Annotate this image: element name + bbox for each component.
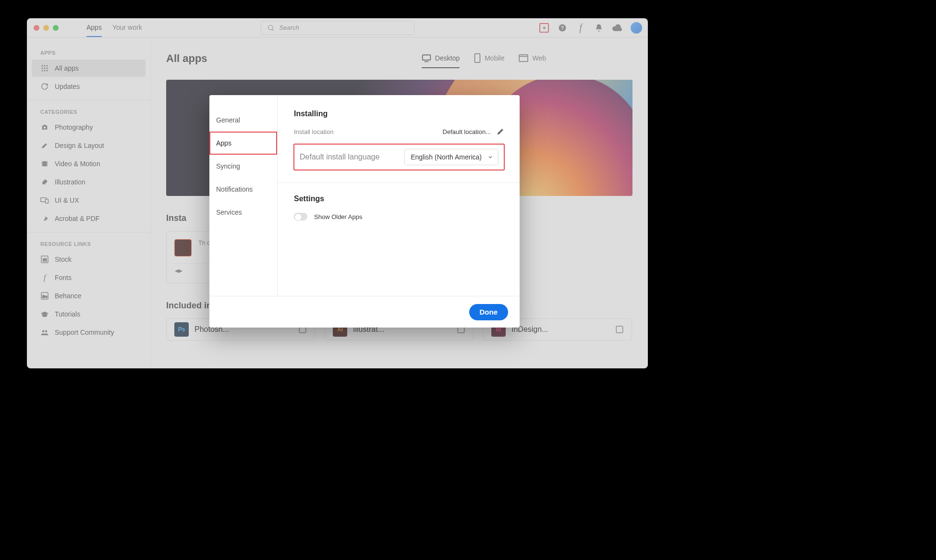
svg-rect-27 <box>475 54 480 62</box>
svg-point-0 <box>268 25 272 29</box>
platform-tab-mobile[interactable]: Mobile <box>474 49 504 68</box>
search-wrap <box>261 21 414 35</box>
install-location-row: Install location Default location... <box>294 128 504 135</box>
sidebar-divider <box>27 100 150 100</box>
default-language-select[interactable]: English (North America) <box>404 149 498 165</box>
maximize-window-button[interactable] <box>53 25 59 31</box>
sidebar-item-label: Video & Motion <box>55 160 100 168</box>
show-older-toggle[interactable] <box>294 213 307 220</box>
people-icon <box>40 328 49 337</box>
sidebar-item-label: Fonts <box>55 274 72 281</box>
modal-side-item-apps[interactable]: Apps <box>209 132 277 155</box>
top-tabs: Apps Your work <box>86 18 142 37</box>
svg-rect-18 <box>46 199 49 203</box>
svg-point-11 <box>44 70 45 71</box>
svg-text:Be: Be <box>42 294 48 299</box>
sidebar-item-photography[interactable]: Photography <box>32 119 146 136</box>
sidebar-item-label: Updates <box>55 83 80 90</box>
modal-side-item-general[interactable]: General <box>209 109 277 132</box>
sidebar-heading-categories: CATEGORIES <box>27 105 150 119</box>
show-older-label: Show Older Apps <box>314 213 362 220</box>
sidebar-heading-resource: RESOURCE LINKS <box>27 237 150 251</box>
sidebar-item-label: UI & UX <box>55 196 79 204</box>
svg-point-9 <box>46 67 48 69</box>
modal-main: Installing Install location Default loca… <box>278 95 520 296</box>
main-header: All apps Desktop Mobile Web <box>166 49 632 68</box>
mobile-icon <box>474 53 481 63</box>
select-value: English (North America) <box>411 153 482 161</box>
fonts-icon: f <box>40 273 49 282</box>
chevron-down-icon <box>487 154 493 160</box>
default-language-row: Default install language English (North … <box>294 144 504 170</box>
grad-cap-icon <box>40 310 49 318</box>
svg-point-8 <box>44 67 45 69</box>
modal-side-item-services[interactable]: Services <box>209 201 277 224</box>
stock-icon: St <box>40 255 49 264</box>
show-older-row: Show Older Apps <box>294 213 504 220</box>
sidebar-item-ui-ux[interactable]: UI & UX <box>32 192 146 209</box>
svg-rect-25 <box>423 55 431 60</box>
platform-tab-web[interactable]: Web <box>519 49 546 68</box>
svg-rect-32 <box>616 326 623 333</box>
sidebar-item-fonts[interactable]: f Fonts <box>32 269 146 286</box>
pencil-icon[interactable] <box>497 128 504 135</box>
sidebar-item-all-apps[interactable]: All apps <box>32 60 146 77</box>
search-input[interactable] <box>280 24 409 31</box>
sidebar-item-design-layout[interactable]: Design & Layout <box>32 137 146 154</box>
sidebar-item-label: Acrobat & PDF <box>55 215 99 222</box>
done-button[interactable]: Done <box>469 304 509 320</box>
sidebar-divider <box>27 232 150 232</box>
avatar[interactable] <box>631 22 642 34</box>
sidebar-item-support-community[interactable]: Support Community <box>32 324 146 341</box>
tab-apps[interactable]: Apps <box>86 18 102 37</box>
tab-your-work[interactable]: Your work <box>112 18 142 37</box>
sidebar-item-label: Tutorials <box>55 310 80 318</box>
sidebar-item-label: Photography <box>55 123 93 131</box>
more-icon[interactable] <box>615 325 624 334</box>
app-chip-ps: Ps <box>174 322 189 337</box>
sidebar-item-label: Illustration <box>55 178 85 186</box>
modal-sidebar: General Apps Syncing Notifications Servi… <box>209 95 278 296</box>
fonts-icon[interactable]: f <box>576 23 585 33</box>
svg-point-23 <box>42 330 45 333</box>
platform-tab-label: Web <box>532 54 546 62</box>
settings-gear-icon[interactable] <box>539 23 549 33</box>
close-window-button[interactable] <box>34 25 39 31</box>
modal-side-item-notifications[interactable]: Notifications <box>209 178 277 201</box>
bell-icon[interactable] <box>594 23 604 33</box>
cloud-icon[interactable] <box>612 23 622 33</box>
sidebar-item-video-motion[interactable]: Video & Motion <box>32 155 146 172</box>
sidebar-item-tutorials[interactable]: Tutorials <box>32 305 146 323</box>
svg-point-5 <box>44 65 45 66</box>
modal-side-item-syncing[interactable]: Syncing <box>209 155 277 178</box>
grad-cap-icon <box>174 268 183 275</box>
default-language-label: Default install language <box>300 153 379 161</box>
sidebar-item-label: Design & Layout <box>55 142 104 149</box>
sidebar-item-label: Stock <box>55 256 72 263</box>
platform-tab-desktop[interactable]: Desktop <box>422 49 460 68</box>
sidebar-item-illustration[interactable]: Illustration <box>32 173 146 191</box>
sidebar-item-stock[interactable]: St Stock <box>32 251 146 268</box>
window-controls <box>27 25 59 31</box>
svg-rect-16 <box>46 161 48 167</box>
preferences-modal: General Apps Syncing Notifications Servi… <box>209 95 520 328</box>
desktop-icon <box>422 54 431 62</box>
help-icon[interactable]: ? <box>558 23 567 33</box>
minimize-window-button[interactable] <box>43 25 49 31</box>
sidebar-item-acrobat-pdf[interactable]: Acrobat & PDF <box>32 210 146 227</box>
modal-footer: Done <box>209 296 520 328</box>
svg-point-12 <box>46 70 48 71</box>
svg-rect-15 <box>42 161 43 167</box>
install-location-label: Install location <box>294 128 333 135</box>
platform-tabs: Desktop Mobile Web <box>422 49 546 68</box>
sidebar-item-updates[interactable]: Updates <box>32 78 146 95</box>
brush-icon <box>40 178 49 186</box>
svg-point-24 <box>45 330 48 333</box>
svg-point-13 <box>44 127 46 129</box>
search-box[interactable] <box>261 21 414 35</box>
sidebar-item-label: All apps <box>55 64 79 72</box>
sidebar-item-behance[interactable]: Be Behance <box>32 287 146 304</box>
modal-divider <box>278 183 520 183</box>
refresh-icon <box>40 82 49 91</box>
installing-heading: Installing <box>294 110 504 118</box>
